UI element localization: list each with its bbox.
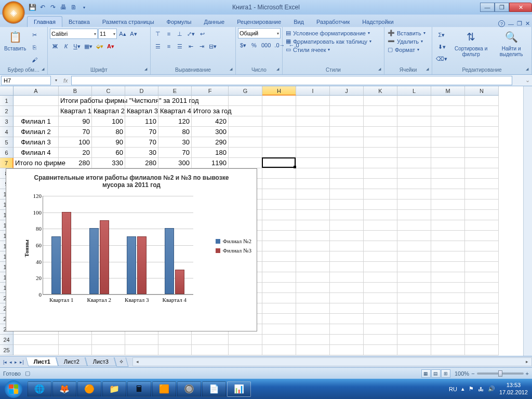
cell[interactable]: 80 [158, 127, 192, 137]
cell[interactable] [431, 96, 465, 106]
cell[interactable] [431, 283, 465, 293]
view-normal-button[interactable]: ▦ [421, 369, 431, 378]
cell[interactable] [431, 262, 465, 272]
zoom-level[interactable]: 100% [455, 370, 469, 377]
cell[interactable] [431, 314, 465, 324]
cell[interactable] [397, 293, 431, 303]
cell[interactable] [397, 116, 431, 127]
wrap-text-button[interactable]: ↩ [197, 28, 207, 39]
cell[interactable] [397, 251, 431, 262]
cell[interactable]: Филиал 4 [14, 148, 59, 158]
cell[interactable]: 1190 [192, 158, 229, 168]
cell[interactable] [158, 345, 192, 355]
cell[interactable] [330, 231, 364, 241]
cut-button[interactable]: ✂ [29, 29, 39, 41]
paste-button[interactable]: 📋Вставить [2, 28, 28, 52]
cell[interactable]: 420 [192, 116, 229, 127]
cell[interactable] [397, 210, 431, 220]
cell[interactable] [364, 200, 397, 210]
cell[interactable]: Филиал 2 [14, 127, 59, 137]
cell[interactable] [397, 189, 431, 200]
cell[interactable] [397, 96, 431, 106]
cell[interactable] [330, 106, 364, 116]
formula-input[interactable] [71, 76, 512, 85]
tray-lang[interactable]: RU [449, 386, 457, 392]
cell[interactable] [229, 116, 262, 127]
sheet-tab-3[interactable]: Лист3 [85, 357, 117, 366]
cell[interactable] [397, 283, 431, 293]
cell[interactable]: 280 [125, 158, 158, 168]
sheet-tab-1[interactable]: Лист1 [25, 357, 58, 366]
cell[interactable] [397, 106, 431, 116]
cell[interactable] [330, 96, 364, 106]
tab-first-icon[interactable]: |◂ [2, 358, 8, 366]
cell[interactable] [296, 231, 330, 241]
cell[interactable] [364, 324, 397, 335]
cell[interactable] [465, 106, 499, 116]
column-header[interactable]: M [431, 86, 465, 96]
underline-button[interactable]: Ч▾ [72, 41, 82, 52]
cell-styles-button[interactable]: ▭Стили ячеек▾ [285, 46, 331, 54]
cell[interactable] [296, 96, 330, 106]
cell[interactable] [397, 314, 431, 324]
mdi-restore-button[interactable]: ❐ [517, 20, 522, 27]
cell[interactable] [364, 231, 397, 241]
cell[interactable] [262, 303, 296, 314]
cell[interactable] [125, 335, 158, 345]
cell[interactable] [262, 127, 296, 137]
cell[interactable]: Филиал 3 [14, 137, 59, 148]
name-box-dropdown-icon[interactable]: ▾ [52, 78, 60, 83]
cell[interactable] [465, 303, 499, 314]
cell[interactable]: 30 [125, 148, 158, 158]
new-sheet-button[interactable]: ✧ [114, 357, 128, 367]
cell[interactable] [158, 335, 192, 345]
zoom-out-button[interactable]: − [471, 370, 474, 377]
cell[interactable] [431, 137, 465, 148]
cell[interactable]: 30 [158, 137, 192, 148]
cell[interactable] [431, 303, 465, 314]
cell[interactable] [465, 262, 499, 272]
cell[interactable] [364, 179, 397, 189]
row-header[interactable]: 5 [0, 137, 14, 148]
cell[interactable] [397, 345, 431, 355]
cell[interactable] [262, 272, 296, 283]
cell[interactable] [431, 189, 465, 200]
cell[interactable] [364, 189, 397, 200]
cell[interactable] [465, 168, 499, 179]
cell[interactable] [431, 241, 465, 251]
cell[interactable] [330, 220, 364, 231]
zoom-slider[interactable] [477, 373, 524, 375]
column-header[interactable]: G [229, 86, 262, 96]
cell[interactable]: 120 [158, 116, 192, 127]
expand-formula-bar-icon[interactable]: ⌄ [523, 77, 532, 84]
cell[interactable] [262, 324, 296, 335]
border-button[interactable]: ▦▾ [83, 41, 94, 52]
cell[interactable] [262, 96, 296, 106]
cell[interactable] [262, 262, 296, 272]
cell[interactable] [229, 158, 262, 168]
cell[interactable] [14, 106, 59, 116]
cell[interactable] [229, 335, 262, 345]
cell[interactable] [262, 106, 296, 116]
cell[interactable] [397, 303, 431, 314]
cell[interactable] [465, 127, 499, 137]
align-right-button[interactable]: ☰ [175, 41, 185, 52]
tray-flag-icon[interactable]: ⚑ [469, 385, 474, 392]
tray-network-icon[interactable]: 🖧 [478, 386, 484, 392]
cell[interactable] [431, 168, 465, 179]
cell[interactable]: Итоги работы фирмы "Чистюля" за 2011 год [59, 96, 92, 106]
tab-review[interactable]: Рецензирование [231, 17, 287, 27]
cell[interactable] [262, 116, 296, 127]
cell[interactable] [364, 262, 397, 272]
cell[interactable] [431, 335, 465, 345]
bold-button[interactable]: Ж [50, 41, 60, 52]
row-header[interactable]: 25 [0, 345, 14, 355]
cell[interactable] [330, 335, 364, 345]
delete-cells-button[interactable]: ➖Удалить▾ [387, 37, 424, 45]
cell[interactable] [296, 106, 330, 116]
merge-button[interactable]: ⊟▾ [207, 41, 218, 52]
cell[interactable]: 70 [59, 127, 92, 137]
cell[interactable] [229, 345, 262, 355]
cell[interactable] [262, 345, 296, 355]
cell[interactable] [262, 189, 296, 200]
